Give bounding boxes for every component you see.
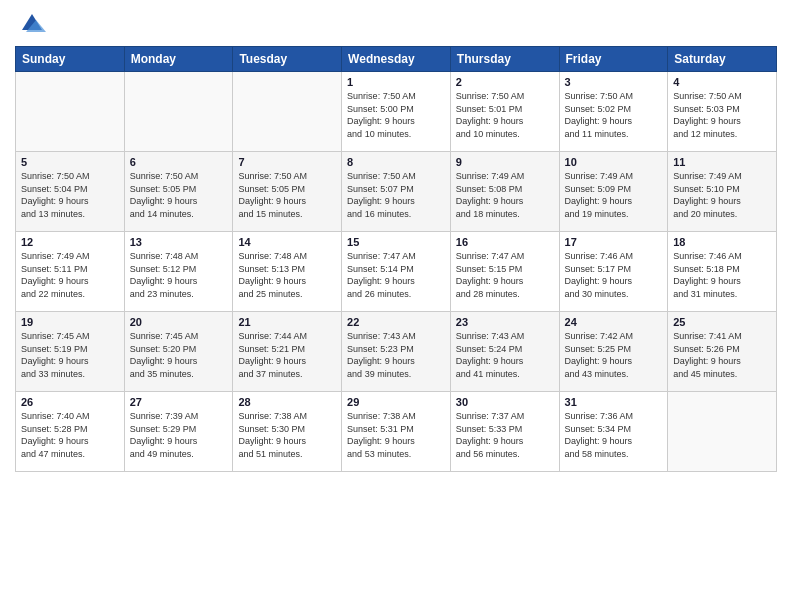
day-number: 28 — [238, 396, 336, 408]
col-header-saturday: Saturday — [668, 47, 777, 72]
day-cell: 17Sunrise: 7:46 AMSunset: 5:17 PMDayligh… — [559, 232, 668, 312]
day-cell: 6Sunrise: 7:50 AMSunset: 5:05 PMDaylight… — [124, 152, 233, 232]
day-number: 6 — [130, 156, 228, 168]
week-row-3: 12Sunrise: 7:49 AMSunset: 5:11 PMDayligh… — [16, 232, 777, 312]
day-info: Sunrise: 7:45 AMSunset: 5:20 PMDaylight:… — [130, 330, 228, 380]
day-cell: 1Sunrise: 7:50 AMSunset: 5:00 PMDaylight… — [342, 72, 451, 152]
day-cell: 19Sunrise: 7:45 AMSunset: 5:19 PMDayligh… — [16, 312, 125, 392]
day-number: 22 — [347, 316, 445, 328]
day-info: Sunrise: 7:46 AMSunset: 5:17 PMDaylight:… — [565, 250, 663, 300]
day-cell: 24Sunrise: 7:42 AMSunset: 5:25 PMDayligh… — [559, 312, 668, 392]
day-number: 30 — [456, 396, 554, 408]
day-number: 14 — [238, 236, 336, 248]
day-cell: 29Sunrise: 7:38 AMSunset: 5:31 PMDayligh… — [342, 392, 451, 472]
day-info: Sunrise: 7:50 AMSunset: 5:05 PMDaylight:… — [130, 170, 228, 220]
header — [15, 10, 777, 38]
day-info: Sunrise: 7:36 AMSunset: 5:34 PMDaylight:… — [565, 410, 663, 460]
col-header-sunday: Sunday — [16, 47, 125, 72]
day-cell: 5Sunrise: 7:50 AMSunset: 5:04 PMDaylight… — [16, 152, 125, 232]
day-number: 27 — [130, 396, 228, 408]
day-number: 12 — [21, 236, 119, 248]
day-number: 7 — [238, 156, 336, 168]
day-number: 23 — [456, 316, 554, 328]
day-number: 9 — [456, 156, 554, 168]
day-number: 17 — [565, 236, 663, 248]
day-info: Sunrise: 7:43 AMSunset: 5:24 PMDaylight:… — [456, 330, 554, 380]
day-number: 13 — [130, 236, 228, 248]
day-number: 18 — [673, 236, 771, 248]
day-cell — [124, 72, 233, 152]
day-info: Sunrise: 7:46 AMSunset: 5:18 PMDaylight:… — [673, 250, 771, 300]
day-cell — [233, 72, 342, 152]
day-cell: 2Sunrise: 7:50 AMSunset: 5:01 PMDaylight… — [450, 72, 559, 152]
day-info: Sunrise: 7:50 AMSunset: 5:02 PMDaylight:… — [565, 90, 663, 140]
day-info: Sunrise: 7:38 AMSunset: 5:30 PMDaylight:… — [238, 410, 336, 460]
week-row-5: 26Sunrise: 7:40 AMSunset: 5:28 PMDayligh… — [16, 392, 777, 472]
day-info: Sunrise: 7:47 AMSunset: 5:15 PMDaylight:… — [456, 250, 554, 300]
day-number: 24 — [565, 316, 663, 328]
day-number: 2 — [456, 76, 554, 88]
day-number: 29 — [347, 396, 445, 408]
col-header-monday: Monday — [124, 47, 233, 72]
day-number: 16 — [456, 236, 554, 248]
day-info: Sunrise: 7:48 AMSunset: 5:13 PMDaylight:… — [238, 250, 336, 300]
day-info: Sunrise: 7:38 AMSunset: 5:31 PMDaylight:… — [347, 410, 445, 460]
day-info: Sunrise: 7:42 AMSunset: 5:25 PMDaylight:… — [565, 330, 663, 380]
day-number: 26 — [21, 396, 119, 408]
page: SundayMondayTuesdayWednesdayThursdayFrid… — [0, 0, 792, 612]
day-cell: 14Sunrise: 7:48 AMSunset: 5:13 PMDayligh… — [233, 232, 342, 312]
day-number: 1 — [347, 76, 445, 88]
day-cell: 23Sunrise: 7:43 AMSunset: 5:24 PMDayligh… — [450, 312, 559, 392]
day-info: Sunrise: 7:50 AMSunset: 5:07 PMDaylight:… — [347, 170, 445, 220]
day-info: Sunrise: 7:48 AMSunset: 5:12 PMDaylight:… — [130, 250, 228, 300]
day-info: Sunrise: 7:47 AMSunset: 5:14 PMDaylight:… — [347, 250, 445, 300]
day-info: Sunrise: 7:50 AMSunset: 5:00 PMDaylight:… — [347, 90, 445, 140]
day-number: 25 — [673, 316, 771, 328]
day-info: Sunrise: 7:50 AMSunset: 5:04 PMDaylight:… — [21, 170, 119, 220]
col-header-thursday: Thursday — [450, 47, 559, 72]
day-cell: 18Sunrise: 7:46 AMSunset: 5:18 PMDayligh… — [668, 232, 777, 312]
day-info: Sunrise: 7:50 AMSunset: 5:01 PMDaylight:… — [456, 90, 554, 140]
day-number: 19 — [21, 316, 119, 328]
day-cell: 26Sunrise: 7:40 AMSunset: 5:28 PMDayligh… — [16, 392, 125, 472]
day-cell: 15Sunrise: 7:47 AMSunset: 5:14 PMDayligh… — [342, 232, 451, 312]
day-number: 4 — [673, 76, 771, 88]
day-cell: 4Sunrise: 7:50 AMSunset: 5:03 PMDaylight… — [668, 72, 777, 152]
day-info: Sunrise: 7:37 AMSunset: 5:33 PMDaylight:… — [456, 410, 554, 460]
day-info: Sunrise: 7:50 AMSunset: 5:05 PMDaylight:… — [238, 170, 336, 220]
day-info: Sunrise: 7:39 AMSunset: 5:29 PMDaylight:… — [130, 410, 228, 460]
day-number: 5 — [21, 156, 119, 168]
logo-icon — [18, 10, 46, 38]
day-info: Sunrise: 7:49 AMSunset: 5:09 PMDaylight:… — [565, 170, 663, 220]
week-row-4: 19Sunrise: 7:45 AMSunset: 5:19 PMDayligh… — [16, 312, 777, 392]
day-number: 10 — [565, 156, 663, 168]
day-cell: 27Sunrise: 7:39 AMSunset: 5:29 PMDayligh… — [124, 392, 233, 472]
day-number: 3 — [565, 76, 663, 88]
day-info: Sunrise: 7:50 AMSunset: 5:03 PMDaylight:… — [673, 90, 771, 140]
day-info: Sunrise: 7:40 AMSunset: 5:28 PMDaylight:… — [21, 410, 119, 460]
week-row-1: 1Sunrise: 7:50 AMSunset: 5:00 PMDaylight… — [16, 72, 777, 152]
day-info: Sunrise: 7:45 AMSunset: 5:19 PMDaylight:… — [21, 330, 119, 380]
day-info: Sunrise: 7:49 AMSunset: 5:11 PMDaylight:… — [21, 250, 119, 300]
col-header-wednesday: Wednesday — [342, 47, 451, 72]
logo — [15, 10, 46, 38]
day-cell: 7Sunrise: 7:50 AMSunset: 5:05 PMDaylight… — [233, 152, 342, 232]
day-cell — [668, 392, 777, 472]
day-number: 15 — [347, 236, 445, 248]
day-info: Sunrise: 7:49 AMSunset: 5:08 PMDaylight:… — [456, 170, 554, 220]
day-cell — [16, 72, 125, 152]
day-cell: 9Sunrise: 7:49 AMSunset: 5:08 PMDaylight… — [450, 152, 559, 232]
day-number: 8 — [347, 156, 445, 168]
day-cell: 28Sunrise: 7:38 AMSunset: 5:30 PMDayligh… — [233, 392, 342, 472]
day-cell: 22Sunrise: 7:43 AMSunset: 5:23 PMDayligh… — [342, 312, 451, 392]
day-cell: 31Sunrise: 7:36 AMSunset: 5:34 PMDayligh… — [559, 392, 668, 472]
week-row-2: 5Sunrise: 7:50 AMSunset: 5:04 PMDaylight… — [16, 152, 777, 232]
day-info: Sunrise: 7:43 AMSunset: 5:23 PMDaylight:… — [347, 330, 445, 380]
day-cell: 21Sunrise: 7:44 AMSunset: 5:21 PMDayligh… — [233, 312, 342, 392]
day-cell: 3Sunrise: 7:50 AMSunset: 5:02 PMDaylight… — [559, 72, 668, 152]
day-cell: 10Sunrise: 7:49 AMSunset: 5:09 PMDayligh… — [559, 152, 668, 232]
col-header-tuesday: Tuesday — [233, 47, 342, 72]
day-info: Sunrise: 7:49 AMSunset: 5:10 PMDaylight:… — [673, 170, 771, 220]
day-cell: 11Sunrise: 7:49 AMSunset: 5:10 PMDayligh… — [668, 152, 777, 232]
day-cell: 13Sunrise: 7:48 AMSunset: 5:12 PMDayligh… — [124, 232, 233, 312]
